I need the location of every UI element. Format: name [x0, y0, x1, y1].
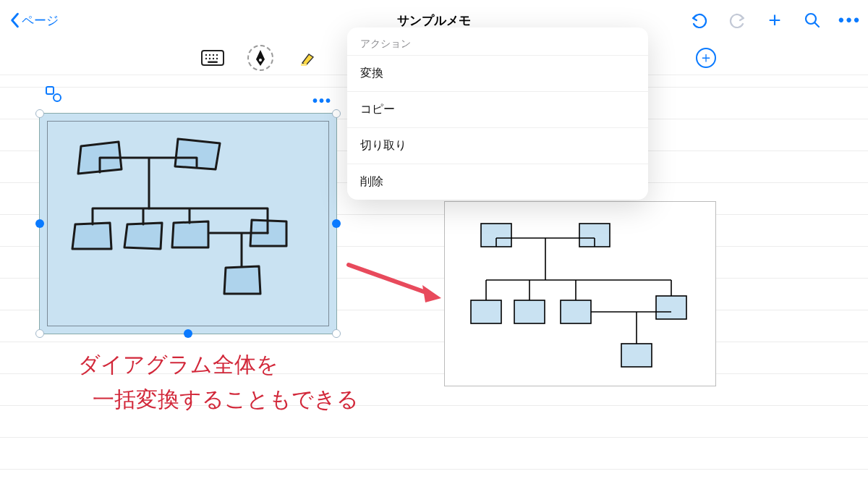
more-button[interactable]: •••: [841, 11, 859, 30]
svg-point-10: [216, 57, 218, 59]
keyboard-icon: [201, 50, 224, 66]
svg-rect-2: [202, 51, 224, 65]
svg-marker-17: [422, 285, 441, 302]
resize-handle-r[interactable]: [332, 219, 341, 228]
menu-item-copy[interactable]: コピー: [347, 91, 648, 127]
search-button[interactable]: [803, 11, 822, 30]
keyboard-tool[interactable]: [200, 45, 226, 71]
menu-item-convert[interactable]: 変換: [347, 55, 648, 91]
svg-point-6: [216, 54, 218, 55]
converted-diagram: [444, 201, 716, 386]
context-menu: アクション 変換 コピー 切り取り 削除: [347, 27, 648, 200]
svg-rect-23: [656, 296, 686, 319]
handwriting-line2: 一括変換することもできる: [93, 382, 359, 417]
page-title: サンプルメモ: [397, 12, 471, 29]
resize-handle-l[interactable]: [35, 219, 44, 228]
svg-rect-22: [561, 300, 591, 323]
menu-item-delete[interactable]: 削除: [347, 164, 648, 200]
resize-handle-b[interactable]: [184, 329, 192, 338]
svg-point-7: [205, 57, 207, 59]
resize-handle-tl[interactable]: [35, 109, 44, 118]
svg-rect-13: [301, 64, 307, 66]
undo-button[interactable]: [690, 11, 709, 30]
pen-icon: [252, 48, 268, 67]
arrow-icon: [344, 258, 446, 308]
svg-rect-21: [514, 300, 545, 323]
svg-point-8: [209, 57, 210, 59]
svg-line-16: [349, 265, 430, 294]
highlighter-icon: [299, 48, 318, 67]
highlighter-tool[interactable]: [295, 45, 321, 71]
new-button[interactable]: +: [765, 11, 784, 30]
right-toolbar: + •••: [690, 11, 859, 30]
sketch-diagram: [46, 122, 330, 324]
redo-button[interactable]: [728, 11, 746, 30]
plus-icon: ＋: [699, 48, 713, 67]
svg-rect-24: [621, 344, 652, 367]
resize-handle-bl[interactable]: [35, 329, 44, 338]
svg-rect-11: [208, 61, 218, 62]
back-label: ページ: [22, 12, 59, 29]
svg-point-9: [213, 57, 214, 59]
chevron-left-icon: [9, 12, 20, 28]
svg-rect-14: [46, 87, 54, 94]
handwriting-line1: ダイアグラム全体を: [78, 347, 359, 382]
svg-point-4: [209, 54, 210, 55]
svg-rect-20: [471, 300, 501, 323]
handwritten-note: ダイアグラム全体を 一括変換することもできる: [78, 347, 359, 417]
back-button[interactable]: ページ: [9, 12, 59, 29]
add-element-button[interactable]: ＋: [696, 48, 716, 68]
menu-item-cut[interactable]: 切り取り: [347, 127, 648, 164]
context-menu-heading: アクション: [347, 27, 648, 55]
svg-point-3: [205, 54, 207, 55]
svg-line-1: [815, 23, 820, 27]
selection-more-button[interactable]: •••: [312, 93, 332, 109]
resize-handle-br[interactable]: [332, 329, 341, 338]
svg-point-5: [213, 54, 214, 55]
resize-handle-tr[interactable]: [332, 109, 341, 118]
svg-point-15: [54, 94, 61, 101]
svg-point-12: [259, 59, 262, 62]
selection-type-icon[interactable]: [45, 85, 62, 106]
pen-tool[interactable]: [247, 45, 273, 71]
drawing-tools: [200, 45, 369, 71]
